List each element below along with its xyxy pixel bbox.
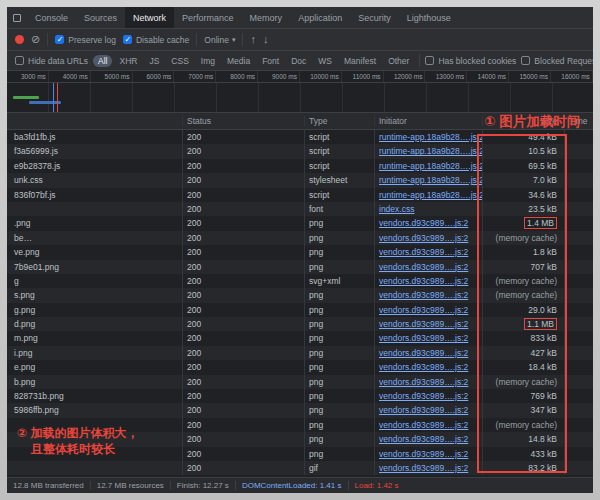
initiator-link[interactable]: runtime-app.18a9b28….js:2 — [379, 146, 482, 156]
initiator-link[interactable]: vendors.d93c989….js:2 — [379, 247, 468, 257]
cell-initiator[interactable]: vendors.d93c989….js:2 — [374, 375, 482, 389]
initiator-link[interactable]: vendors.d93c989….js:2 — [379, 290, 468, 300]
initiator-link[interactable]: vendors.d93c989….js:2 — [379, 391, 468, 401]
initiator-link[interactable]: vendors.d93c989….js:2 — [379, 434, 468, 444]
column-header-type[interactable]: Type — [304, 116, 374, 126]
cell-initiator[interactable]: vendors.d93c989….js:2 — [374, 231, 482, 245]
network-request-row[interactable]: i.png200pngvendors.d93c989….js:2427 kB — [7, 346, 593, 360]
filter-font[interactable]: Font — [257, 55, 284, 67]
network-request-row[interactable]: 200gifvendors.d93c989….js:283.2 kB — [7, 461, 593, 475]
column-header-status[interactable]: Status — [182, 116, 304, 126]
filter-ws[interactable]: WS — [313, 55, 337, 67]
cell-initiator[interactable]: vendors.d93c989….js:2 — [374, 346, 482, 360]
throttling-select[interactable]: Online ▾ — [204, 35, 235, 45]
blocked-requests-checkbox[interactable]: Blocked Requests — [521, 56, 593, 66]
inspect-device-icon[interactable] — [7, 7, 27, 28]
network-request-row[interactable]: b.png200pngvendors.d93c989….js:2(memory … — [7, 375, 593, 389]
network-request-row[interactable]: ve.png200pngvendors.d93c989….js:21.8 kB — [7, 245, 593, 259]
hide-data-urls-checkbox[interactable]: Hide data URLs — [15, 56, 88, 66]
network-request-row[interactable]: e9b28378.js200scriptruntime-app.18a9b28…… — [7, 159, 593, 173]
cell-initiator[interactable]: runtime-app.18a9b28….js:2 — [374, 159, 482, 173]
tab-security[interactable]: Security — [350, 7, 399, 28]
import-har-icon[interactable]: ↑ — [250, 34, 256, 45]
initiator-link[interactable]: vendors.d93c989….js:2 — [379, 377, 468, 387]
initiator-link[interactable]: vendors.d93c989….js:2 — [379, 218, 468, 228]
cell-initiator[interactable]: runtime-app.18a9b28….js:2 — [374, 130, 482, 144]
disable-cache-checkbox[interactable]: Disable cache — [123, 35, 189, 45]
cell-initiator[interactable]: vendors.d93c989….js:2 — [374, 447, 482, 461]
network-request-row[interactable]: unk.css200stylesheetruntime-app.18a9b28…… — [7, 173, 593, 187]
filter-css[interactable]: CSS — [166, 55, 193, 67]
initiator-link[interactable]: runtime-app.18a9b28….js:2 — [379, 132, 482, 142]
initiator-link[interactable]: index.css — [379, 204, 414, 214]
cell-initiator[interactable]: vendors.d93c989….js:2 — [374, 288, 482, 302]
network-request-row[interactable]: .png200pngvendors.d93c989….js:21.4 MB — [7, 216, 593, 230]
network-request-row[interactable]: d.png200pngvendors.d93c989….js:21.1 MB — [7, 317, 593, 331]
initiator-link[interactable]: vendors.d93c989….js:2 — [379, 333, 468, 343]
cell-initiator[interactable]: vendors.d93c989….js:2 — [374, 317, 482, 331]
initiator-link[interactable]: vendors.d93c989….js:2 — [379, 262, 468, 272]
initiator-link[interactable]: vendors.d93c989….js:2 — [379, 362, 468, 372]
tab-application[interactable]: Application — [290, 7, 350, 28]
cell-initiator[interactable]: vendors.d93c989….js:2 — [374, 331, 482, 345]
has-blocked-cookies-checkbox[interactable]: Has blocked cookies — [425, 56, 516, 66]
preserve-log-checkbox[interactable]: Preserve log — [55, 35, 116, 45]
tab-sources[interactable]: Sources — [76, 7, 125, 28]
initiator-link[interactable]: vendors.d93c989….js:2 — [379, 319, 468, 329]
filter-media[interactable]: Media — [222, 55, 255, 67]
cell-initiator[interactable]: vendors.d93c989….js:2 — [374, 418, 482, 432]
filter-js[interactable]: JS — [144, 55, 164, 67]
initiator-link[interactable]: runtime-app.18a9b28….js:2 — [379, 161, 482, 171]
cell-initiator[interactable]: index.css — [374, 202, 482, 216]
cell-initiator[interactable]: vendors.d93c989….js:2 — [374, 245, 482, 259]
export-har-icon[interactable]: ↓ — [263, 34, 269, 45]
network-request-row[interactable]: 836f07bf.js200scriptruntime-app.18a9b28…… — [7, 188, 593, 202]
filter-other[interactable]: Other — [383, 55, 414, 67]
cell-initiator[interactable]: runtime-app.18a9b28….js:2 — [374, 173, 482, 187]
record-button[interactable] — [15, 35, 24, 44]
cell-initiator[interactable]: runtime-app.18a9b28….js:2 — [374, 144, 482, 158]
tab-performance[interactable]: Performance — [174, 7, 242, 28]
network-request-row[interactable]: ba3fd1fb.js200scriptruntime-app.18a9b28…… — [7, 130, 593, 144]
cell-initiator[interactable]: vendors.d93c989….js:2 — [374, 303, 482, 317]
network-request-row[interactable]: 828731b.png200pngvendors.d93c989….js:276… — [7, 389, 593, 403]
network-request-row[interactable]: s.png200pngvendors.d93c989….js:2(memory … — [7, 288, 593, 302]
cell-initiator[interactable]: vendors.d93c989….js:2 — [374, 432, 482, 446]
cell-initiator[interactable]: vendors.d93c989….js:2 — [374, 274, 482, 288]
filter-manifest[interactable]: Manifest — [339, 55, 381, 67]
network-request-row[interactable]: e.png200pngvendors.d93c989….js:218.4 kB — [7, 360, 593, 374]
tab-network[interactable]: Network — [125, 7, 174, 28]
initiator-link[interactable]: vendors.d93c989….js:2 — [379, 348, 468, 358]
tab-memory[interactable]: Memory — [242, 7, 291, 28]
column-header-initiator[interactable]: Initiator — [374, 116, 482, 126]
network-request-row[interactable]: g.png200pngvendors.d93c989….js:229.0 kB — [7, 303, 593, 317]
tab-console[interactable]: Console — [27, 7, 76, 28]
network-request-row[interactable]: 7b9e01.png200pngvendors.d93c989….js:2707… — [7, 260, 593, 274]
initiator-link[interactable]: vendors.d93c989….js:2 — [379, 420, 468, 430]
cell-initiator[interactable]: vendors.d93c989….js:2 — [374, 389, 482, 403]
cell-initiator[interactable]: vendors.d93c989….js:2 — [374, 403, 482, 417]
initiator-link[interactable]: runtime-app.18a9b28….js:2 — [379, 190, 482, 200]
network-request-row[interactable]: 200fontindex.css23.5 kB — [7, 202, 593, 216]
network-request-row[interactable]: be…200pngvendors.d93c989….js:2(memory ca… — [7, 231, 593, 245]
cell-initiator[interactable]: vendors.d93c989….js:2 — [374, 216, 482, 230]
network-request-row[interactable]: f3a56999.js200scriptruntime-app.18a9b28…… — [7, 144, 593, 158]
cell-initiator[interactable]: vendors.d93c989….js:2 — [374, 461, 482, 475]
clear-icon[interactable]: ⊘ — [31, 34, 40, 45]
cell-initiator[interactable]: runtime-app.18a9b28….js:2 — [374, 188, 482, 202]
filter-xhr[interactable]: XHR — [114, 55, 142, 67]
cell-initiator[interactable]: vendors.d93c989….js:2 — [374, 360, 482, 374]
initiator-link[interactable]: vendors.d93c989….js:2 — [379, 449, 468, 459]
network-request-row[interactable]: g200svg+xmlvendors.d93c989….js:2(memory … — [7, 274, 593, 288]
cell-initiator[interactable]: vendors.d93c989….js:2 — [374, 260, 482, 274]
tab-lighthouse[interactable]: Lighthouse — [399, 7, 459, 28]
filter-all[interactable]: All — [93, 55, 112, 67]
network-request-row[interactable]: m.png200pngvendors.d93c989….js:2833 kB — [7, 331, 593, 345]
initiator-link[interactable]: vendors.d93c989….js:2 — [379, 233, 468, 243]
waterfall-overview[interactable] — [7, 83, 593, 113]
filter-doc[interactable]: Doc — [286, 55, 311, 67]
initiator-link[interactable]: runtime-app.18a9b28….js:2 — [379, 175, 482, 185]
initiator-link[interactable]: vendors.d93c989….js:2 — [379, 405, 468, 415]
initiator-link[interactable]: vendors.d93c989….js:2 — [379, 276, 468, 286]
initiator-link[interactable]: vendors.d93c989….js:2 — [379, 305, 468, 315]
